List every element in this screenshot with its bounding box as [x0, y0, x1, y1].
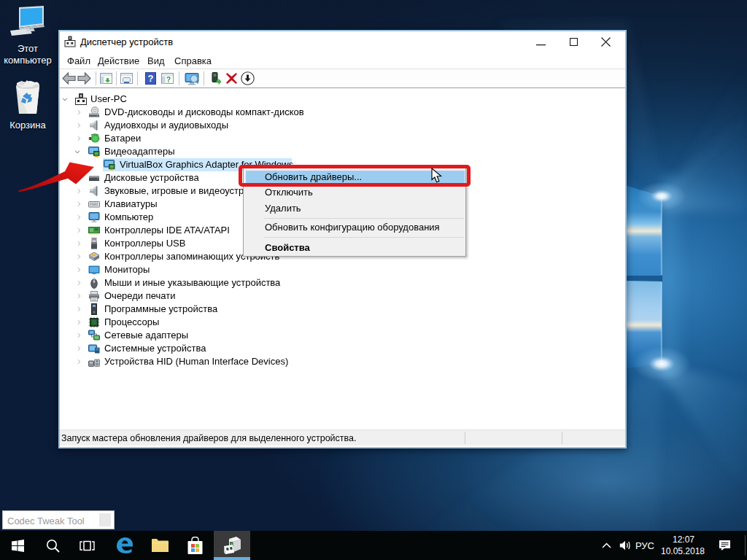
svg-text:?: ?: [166, 76, 171, 84]
svg-text:?: ?: [148, 73, 154, 84]
